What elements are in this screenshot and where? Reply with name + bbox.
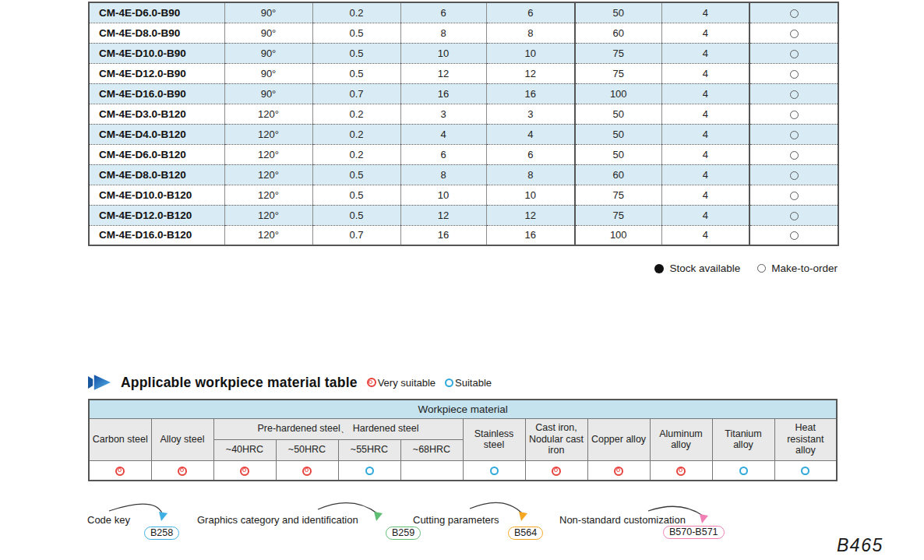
very-suitable-icon — [240, 467, 249, 476]
stock-legend: Stock available Make-to-order — [88, 262, 838, 274]
value-cell: 0.5 — [312, 23, 400, 43]
value-cell: 120° — [224, 164, 312, 185]
col-hardened-group: Pre-hardened steel、 Hardened steel — [213, 418, 463, 439]
make-to-order-icon — [790, 171, 799, 180]
very-suitable-label: Very suitable — [378, 377, 436, 389]
value-cell: 3 — [486, 104, 575, 124]
cutting-parameters-badge[interactable]: B564 — [508, 527, 543, 540]
model-cell: CM-4E-D4.0-B120 — [89, 124, 224, 144]
model-cell: CM-4E-D6.0-B120 — [89, 144, 224, 164]
value-cell: 50 — [575, 104, 661, 124]
col-carbon-steel: Carbon steel — [89, 418, 151, 460]
col-68hrc: ~68HRC — [400, 439, 463, 460]
table-row: CM-4E-D6.0-B9090°0.266504 — [89, 2, 838, 23]
model-cell: CM-4E-D10.0-B120 — [89, 185, 224, 205]
col-stainless-steel: Stainless steel — [463, 418, 525, 460]
product-table-body: CM-4E-D6.0-B9090°0.266504CM-4E-D8.0-B909… — [89, 2, 838, 245]
value-cell: 120° — [224, 205, 312, 225]
section-title: Applicable workpiece material table — [121, 375, 358, 391]
value-cell: 6 — [400, 144, 486, 164]
value-cell: 12 — [400, 205, 486, 225]
value-cell: 0.2 — [312, 104, 400, 124]
product-table: CM-4E-D6.0-B9090°0.266504CM-4E-D8.0-B909… — [88, 2, 839, 246]
make-to-order-icon — [790, 9, 799, 18]
model-cell: CM-4E-D16.0-B120 — [89, 225, 224, 245]
col-alloy-steel: Alloy steel — [151, 418, 213, 460]
value-cell: 0.5 — [312, 63, 400, 83]
suitability-cell — [276, 460, 338, 481]
value-cell: 12 — [400, 63, 486, 83]
value-cell: 4 — [661, 225, 749, 245]
value-cell: 0.5 — [312, 185, 400, 205]
value-cell: 12 — [486, 205, 575, 225]
make-to-order-icon — [790, 30, 799, 38]
value-cell: 4 — [661, 63, 749, 83]
value-cell: 8 — [400, 23, 486, 43]
value-cell: 75 — [575, 63, 661, 83]
value-cell: 0.2 — [312, 124, 400, 144]
value-cell: 4 — [661, 104, 749, 124]
stock-status-cell — [749, 225, 838, 245]
col-55hrc: ~55HRC — [338, 439, 400, 460]
table-row: CM-4E-D3.0-B120120°0.233504 — [89, 104, 838, 124]
value-cell: 0.2 — [312, 144, 400, 164]
very-suitable-legend: Very suitable — [367, 377, 436, 389]
value-cell: 120° — [224, 104, 312, 124]
value-cell: 75 — [575, 185, 661, 205]
col-aluminum-alloy: Aluminum alloy — [650, 418, 712, 460]
value-cell: 12 — [486, 63, 575, 83]
value-cell: 10 — [400, 185, 486, 205]
table-row: CM-4E-D16.0-B9090°0.716161004 — [89, 83, 838, 104]
value-cell: 60 — [575, 164, 661, 185]
value-cell: 4 — [486, 124, 575, 144]
value-cell: 4 — [661, 43, 749, 63]
make-to-order-icon — [790, 50, 799, 58]
stock-status-cell — [749, 83, 838, 104]
suitability-legend: Very suitable Suitable — [367, 377, 492, 389]
value-cell: 90° — [224, 23, 312, 43]
code-key-badge[interactable]: B258 — [144, 527, 179, 540]
value-cell: 120° — [224, 225, 312, 245]
stock-status-cell — [749, 124, 838, 144]
arrow-head-icon — [374, 512, 383, 521]
table-row: CM-4E-D10.0-B120120°0.51010754 — [89, 185, 838, 205]
table-row: CM-4E-D12.0-B9090°0.51212754 — [89, 63, 838, 83]
suitability-cell — [213, 460, 276, 481]
make-to-order-icon — [790, 212, 799, 220]
value-cell: 8 — [400, 164, 486, 185]
suitable-label: Suitable — [455, 377, 492, 389]
value-cell: 4 — [661, 23, 749, 43]
non-standard-customization-label: Non-standard customization — [559, 514, 686, 526]
suitable-legend: Suitable — [445, 377, 492, 389]
table-row: CM-4E-D10.0-B9090°0.51010754 — [89, 43, 838, 63]
table-row: CM-4E-D4.0-B120120°0.244504 — [89, 124, 838, 144]
make-to-order-icon — [790, 151, 799, 160]
value-cell: 10 — [486, 43, 575, 63]
value-cell: 120° — [224, 124, 312, 144]
value-cell: 0.5 — [312, 43, 400, 63]
make-to-order-icon — [790, 231, 799, 240]
value-cell: 8 — [486, 164, 575, 185]
non-standard-customization-badge[interactable]: B570-B571 — [663, 526, 725, 539]
table-row: CM-4E-D6.0-B120120°0.266504 — [89, 144, 838, 164]
table-row: CM-4E-D8.0-B9090°0.588604 — [89, 23, 838, 43]
value-cell: 90° — [224, 2, 312, 23]
graphics-category-badge[interactable]: B259 — [386, 527, 421, 540]
very-suitable-icon — [552, 467, 561, 476]
value-cell: 16 — [486, 83, 575, 104]
value-cell: 90° — [224, 43, 312, 63]
value-cell: 50 — [575, 2, 661, 23]
stock-status-cell — [749, 63, 838, 83]
suitability-cell — [89, 460, 151, 481]
value-cell: 6 — [400, 2, 486, 23]
table-row: CM-4E-D16.0-B120120°0.716161004 — [89, 225, 838, 245]
value-cell: 4 — [661, 185, 749, 205]
value-cell: 50 — [575, 144, 661, 164]
value-cell: 3 — [400, 104, 486, 124]
stock-status-cell — [749, 164, 838, 185]
value-cell: 6 — [486, 144, 575, 164]
stock-status-cell — [749, 144, 838, 164]
table-row: CM-4E-D8.0-B120120°0.588604 — [89, 164, 838, 185]
open-circle-icon — [757, 264, 766, 273]
very-suitable-icon — [178, 467, 187, 476]
